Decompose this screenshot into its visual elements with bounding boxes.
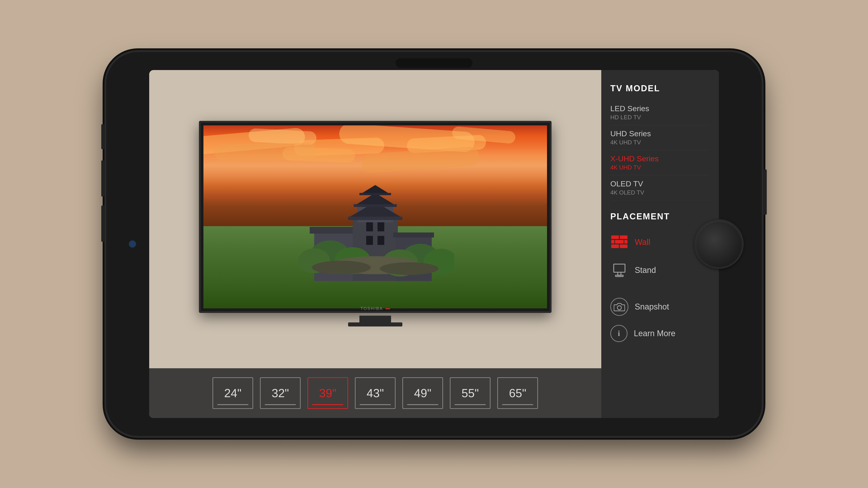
size-button-39in[interactable]: 39"	[307, 377, 348, 409]
svg-rect-5	[348, 217, 402, 220]
phone-top-bar	[396, 58, 472, 68]
home-button[interactable]	[694, 219, 744, 269]
placement-title: PLACEMENT	[610, 212, 710, 221]
svg-rect-7	[360, 193, 391, 195]
sidebar-item-oled[interactable]: OLED TV 4K OLED TV	[610, 175, 710, 200]
size-button-32in[interactable]: 32"	[260, 377, 301, 409]
svg-rect-24	[620, 235, 627, 239]
size-label: 24"	[224, 386, 241, 400]
size-button-43in[interactable]: 43"	[355, 377, 396, 409]
svg-rect-30	[614, 264, 625, 272]
brick-wall-svg	[611, 235, 627, 249]
front-camera	[129, 240, 136, 248]
size-button-24in[interactable]: 24"	[213, 377, 253, 409]
size-label: 55"	[462, 386, 479, 400]
size-button-65in[interactable]: 65"	[497, 377, 538, 409]
info-svg: i	[614, 328, 624, 338]
tv-bezel	[199, 121, 552, 313]
tv-display-area: TOSHIBA	[149, 70, 601, 368]
stand-icon	[610, 261, 628, 279]
svg-rect-13	[377, 236, 384, 245]
tv-model-title: TV MODEL	[610, 84, 710, 93]
sidebar-item-xuhd[interactable]: X-UHD Series 4K UHD TV	[610, 150, 710, 175]
learn-more-action[interactable]: i Learn More	[610, 320, 710, 347]
castle-scene	[204, 125, 547, 308]
svg-rect-26	[611, 240, 614, 243]
phone-volume-up-button	[101, 124, 105, 149]
phone-screen: TOSHIBA 24"32"39"43"49"55"65" TV MODEL	[149, 70, 719, 418]
svg-point-22	[380, 262, 438, 275]
sidebar-item-uhd[interactable]: UHD Series 4K UHD TV	[610, 125, 710, 150]
svg-rect-9	[393, 232, 434, 237]
size-label: 43"	[367, 386, 384, 400]
size-underline	[455, 404, 486, 405]
stand-svg	[612, 262, 627, 278]
sidebar-item-led[interactable]: LED Series HD LED TV	[610, 100, 710, 125]
svg-point-21	[312, 261, 371, 274]
tv-stand-neck	[360, 316, 391, 322]
camera-svg	[614, 302, 625, 312]
svg-rect-29	[620, 245, 627, 248]
tv-screen	[204, 125, 547, 308]
tv-frame: TOSHIBA	[199, 121, 552, 326]
sidebar-divider-1	[610, 200, 710, 209]
size-underline	[312, 404, 343, 405]
size-underline	[502, 404, 533, 405]
placement-stand[interactable]: Stand	[610, 256, 710, 284]
phone-volume-down-button	[101, 160, 105, 197]
phone-device: TOSHIBA 24"32"39"43"49"55"65" TV MODEL	[106, 52, 762, 436]
phone-mute-button	[101, 205, 105, 242]
size-button-49in[interactable]: 49"	[402, 377, 443, 409]
brand-text: TOSHIBA	[361, 306, 383, 311]
tv-stand-base	[348, 322, 402, 326]
snapshot-action[interactable]: Snapshot	[610, 293, 710, 320]
svg-point-33	[617, 306, 621, 310]
size-label: 39"	[319, 386, 336, 400]
phone-power-button	[763, 169, 767, 215]
size-label: 32"	[272, 386, 289, 400]
castle-svg	[296, 168, 454, 281]
size-button-55in[interactable]: 55"	[450, 377, 491, 409]
tv-brand-label: TOSHIBA	[361, 306, 390, 311]
size-label: 65"	[509, 386, 526, 400]
svg-rect-6	[354, 204, 397, 207]
svg-rect-23	[611, 235, 619, 239]
snapshot-icon	[610, 298, 628, 316]
svg-rect-12	[366, 236, 373, 245]
learn-more-label: Learn More	[634, 329, 675, 338]
wall-icon	[610, 233, 628, 251]
info-icon: i	[610, 325, 627, 342]
size-underline	[407, 404, 438, 405]
size-label: 49"	[414, 386, 431, 400]
size-underline	[265, 404, 296, 405]
placement-stand-label: Stand	[635, 265, 656, 275]
svg-rect-11	[377, 222, 384, 231]
svg-rect-10	[366, 222, 373, 231]
snapshot-label: Snapshot	[635, 302, 669, 312]
svg-rect-25	[615, 240, 624, 243]
cloud-8	[282, 147, 355, 163]
svg-text:i: i	[618, 329, 620, 337]
size-underline	[360, 404, 391, 405]
size-underline	[217, 404, 248, 405]
size-selector-bar: 24"32"39"43"49"55"65"	[149, 368, 601, 418]
placement-wall-label: Wall	[635, 237, 650, 247]
svg-rect-27	[624, 240, 627, 243]
tv-stand	[348, 314, 402, 326]
svg-rect-2	[310, 227, 360, 234]
brand-accent	[385, 308, 390, 309]
sidebar-divider-2	[610, 284, 710, 293]
main-content-area: TOSHIBA 24"32"39"43"49"55"65"	[149, 70, 601, 418]
svg-rect-28	[611, 245, 619, 248]
